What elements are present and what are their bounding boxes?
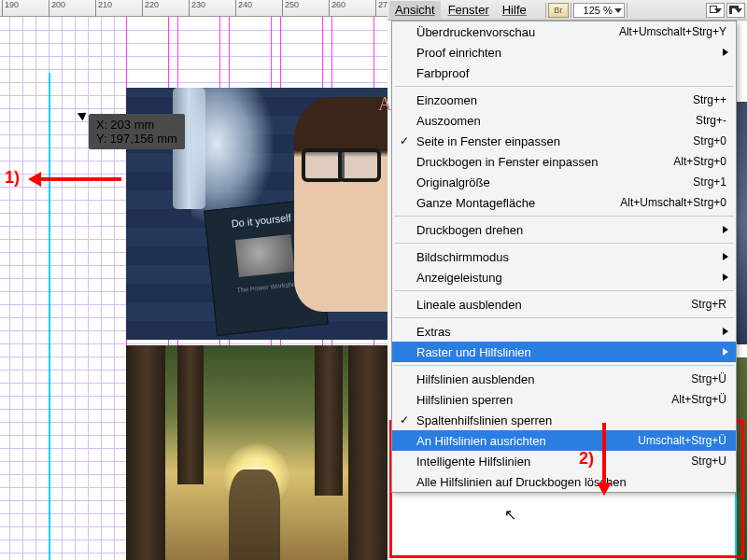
menu-item-lineale-ausblenden[interactable]: Lineale ausblendenStrg+R (392, 294, 736, 315)
image-tree (177, 345, 204, 484)
column-guide (75, 17, 76, 560)
zoom-level-dropdown[interactable]: 125 % (573, 3, 625, 18)
menu-item-hilfslinien-sperren[interactable]: Hilfslinien sperrenAlt+Strg+Ü (392, 389, 736, 410)
baseline-grid (0, 56, 388, 57)
image-tree (126, 345, 165, 560)
annotation-2: 2) (579, 449, 594, 469)
menu-item-druckbogen-drehen[interactable]: Druckbogen drehen (392, 219, 736, 240)
column-guide (22, 17, 23, 560)
menu-ansicht[interactable]: Ansicht (389, 1, 441, 19)
menu-item-einzoomen[interactable]: EinzoomenStrg++ (392, 90, 736, 110)
column-guide (88, 17, 89, 560)
bridge-button[interactable]: Br (548, 3, 569, 18)
menu-item-extras[interactable]: Extras (392, 321, 736, 342)
annotation-arrow-2 (602, 423, 606, 486)
ruler-tick: 260 (329, 0, 345, 17)
ruler-guide[interactable] (49, 73, 50, 560)
document-canvas[interactable]: Do it yourself The Power Workshop (0, 17, 388, 560)
menu-item-auszoomen[interactable]: AuszoomenStrg+- (392, 110, 736, 131)
screen-icon (710, 6, 717, 13)
menu-item-anzeigeleistung[interactable]: Anzeigeleistung (392, 267, 736, 287)
arrange-icon (729, 6, 739, 14)
ruler-horizontal[interactable]: 190 200 210 220 230 240 250 260 270 (0, 0, 388, 17)
ruler-tick: 210 (95, 0, 112, 17)
baseline-grid (0, 30, 388, 31)
ruler-tick: 230 (189, 0, 205, 17)
arrange-documents-dropdown[interactable] (726, 3, 745, 18)
image-tree (348, 345, 388, 560)
placed-image-right-top[interactable] (736, 102, 747, 344)
baseline-grid (0, 343, 388, 344)
partial-text-frame: A (378, 89, 391, 119)
image-person (294, 97, 388, 312)
menu-separator (394, 243, 734, 244)
placed-image-bottom[interactable] (126, 345, 388, 560)
menu-item-farbproof[interactable]: Farbproof (392, 63, 736, 83)
menu-item-proof-einrichten[interactable]: Proof einrichten (392, 42, 736, 63)
baseline-grid (0, 43, 388, 44)
menu-item-hilfslinien-ausblenden[interactable]: Hilfslinien ausblendenStrg+Ü (392, 369, 736, 389)
menu-separator (394, 365, 734, 366)
glasses-icon (302, 148, 381, 175)
annotation-arrow-1 (37, 177, 121, 181)
menu-item-druckbogen-fenster[interactable]: Druckbogen in Fenster einpassenAlt+Strg+… (392, 151, 736, 172)
ruler-tick: 220 (142, 0, 159, 17)
menu-separator (394, 290, 734, 291)
image-figure (229, 469, 280, 560)
menu-item-spaltenhilfslinien-sperren[interactable]: Spaltenhilfslinien sperren (392, 410, 736, 430)
menu-item-seite-fenster[interactable]: Seite in Fenster einpassenStrg+0 (392, 131, 736, 151)
column-guide (101, 17, 102, 560)
menu-item-intelligente-hilfslinien[interactable]: Intelligente HilfslinienStrg+U (392, 451, 736, 471)
ruler-tick: 190 (2, 0, 19, 17)
menu-item-originalgroesse[interactable]: OriginalgrößeStrg+1 (392, 172, 736, 192)
menu-separator (394, 317, 734, 318)
column-guide (35, 17, 36, 560)
baseline-grid (0, 69, 388, 70)
cursor-position-tooltip: X: 203 mm Y: 197,156 mm (89, 114, 185, 149)
column-guide (9, 17, 10, 560)
menu-separator (394, 86, 734, 87)
cursor-pointer-icon: ↖ (504, 506, 516, 524)
ansicht-dropdown-menu: ÜberdruckenvorschauAlt+Umschalt+Strg+Y P… (391, 21, 737, 493)
menu-item-an-hilfslinien-ausrichten[interactable]: An Hilfslinien ausrichtenUmschalt+Strg+Ü (392, 430, 736, 451)
column-guide (114, 17, 115, 560)
menu-separator (394, 216, 734, 217)
menu-item-bildschirmmodus[interactable]: Bildschirmmodus (392, 246, 736, 267)
menu-item-montageflaeche[interactable]: Ganze MontageflächeAlt+Umschalt+Strg+0 (392, 192, 736, 213)
menu-item-ueberdruckenvorschau[interactable]: ÜberdruckenvorschauAlt+Umschalt+Strg+Y (392, 21, 736, 42)
menu-bar: Ansicht Fenster Hilfe Br 125 % (388, 0, 747, 21)
menu-fenster[interactable]: Fenster (443, 1, 495, 19)
column-guide (62, 17, 63, 560)
cursor-arrow-icon (79, 110, 91, 125)
image-tree (315, 345, 343, 496)
placed-image-right-bottom[interactable] (736, 357, 747, 560)
baseline-grid (0, 82, 388, 83)
menu-hilfe[interactable]: Hilfe (497, 1, 532, 19)
menu-item-raster-hilfslinien[interactable]: Raster und Hilfslinien (392, 342, 736, 362)
annotation-1: 1) (5, 168, 20, 188)
screen-mode-dropdown[interactable] (706, 3, 725, 18)
book-cover-graphic (235, 234, 295, 277)
ruler-tick: 250 (282, 0, 299, 17)
ruler-tick: 240 (235, 0, 252, 17)
menu-item-alle-hilfslinien-loeschen[interactable]: Alle Hilfslinien auf Druckbogen löschen (392, 471, 736, 492)
ruler-tick: 200 (49, 0, 65, 17)
